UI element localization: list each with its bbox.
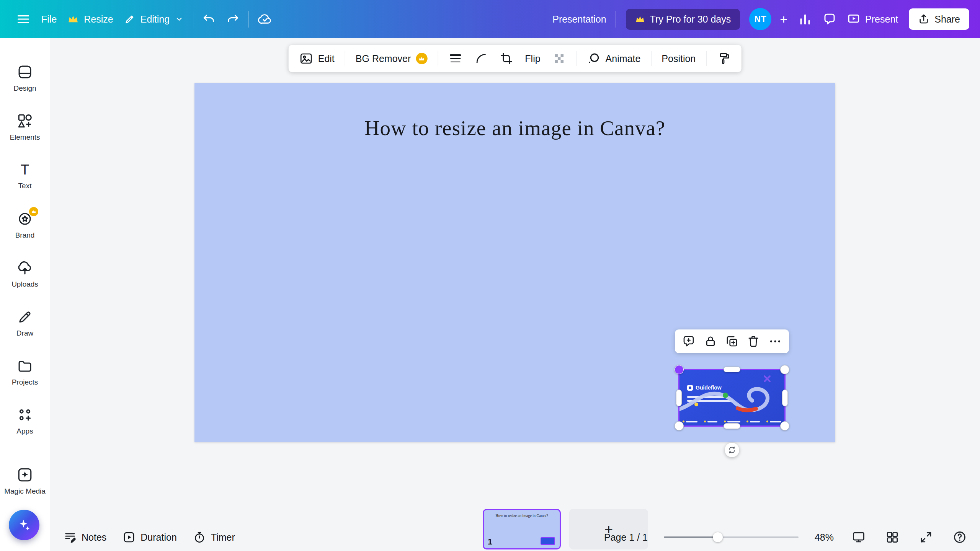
resize-handle-left[interactable] bbox=[676, 390, 682, 406]
sidebar-item-label: Draw bbox=[16, 329, 33, 337]
timer-label: Timer bbox=[211, 532, 235, 543]
fullscreen-button[interactable] bbox=[917, 528, 935, 546]
avatar[interactable]: NT bbox=[749, 8, 771, 30]
copy-style-button[interactable] bbox=[711, 48, 736, 69]
sidebar-item-label: Design bbox=[13, 84, 36, 93]
comments-button[interactable] bbox=[817, 8, 842, 30]
position-button[interactable]: Position bbox=[656, 49, 701, 68]
presentation-view-button[interactable] bbox=[850, 528, 867, 546]
canva-assistant-button[interactable] bbox=[9, 510, 39, 540]
comment-icon bbox=[823, 12, 836, 26]
editing-mode-label: Editing bbox=[140, 14, 170, 25]
resize-menu-button[interactable]: Resize bbox=[62, 10, 118, 29]
play-square-icon bbox=[122, 531, 136, 544]
sidebar-item-projects[interactable]: Projects bbox=[2, 347, 48, 396]
zoom-slider-thumb[interactable] bbox=[713, 532, 723, 542]
zoom-slider-fill bbox=[664, 536, 718, 538]
delete-button[interactable] bbox=[744, 332, 763, 350]
sidebar-item-elements[interactable]: Elements bbox=[2, 103, 48, 152]
file-menu-button[interactable]: File bbox=[36, 10, 62, 29]
notes-button[interactable]: Notes bbox=[64, 531, 106, 544]
more-options-button[interactable] bbox=[766, 332, 784, 350]
crown-icon bbox=[67, 13, 79, 25]
editing-mode-button[interactable]: Editing bbox=[119, 10, 189, 29]
photo-icon bbox=[299, 52, 313, 65]
insights-button[interactable] bbox=[793, 8, 817, 30]
doc-title-button[interactable]: Presentation bbox=[547, 10, 611, 29]
sidebar-item-draw[interactable]: Draw bbox=[2, 298, 48, 347]
resize-handle-top-left[interactable] bbox=[675, 365, 684, 374]
pencil-icon bbox=[124, 13, 136, 25]
share-label: Share bbox=[934, 14, 960, 25]
design-icon bbox=[17, 64, 33, 80]
header-divider bbox=[616, 11, 616, 28]
stroke-weight-button[interactable] bbox=[443, 48, 467, 69]
cloud-upload-icon bbox=[17, 260, 33, 276]
element-mini-toolbar bbox=[675, 329, 789, 353]
timer-button[interactable]: Timer bbox=[193, 531, 235, 544]
duration-button[interactable]: Duration bbox=[122, 531, 177, 544]
add-member-button[interactable]: + bbox=[774, 9, 793, 29]
undo-button[interactable] bbox=[197, 9, 221, 29]
slide-title-text[interactable]: How to resize an image in Canva? bbox=[194, 116, 835, 140]
sidebar-item-text[interactable]: T Text bbox=[2, 152, 48, 201]
present-button[interactable]: Present bbox=[842, 9, 903, 29]
cloud-check-icon bbox=[258, 12, 273, 26]
duplicate-button[interactable] bbox=[723, 332, 741, 350]
menu-button[interactable] bbox=[11, 8, 36, 30]
thumbnail-title-text: How to resize an image in Canva? bbox=[484, 514, 560, 518]
pro-crown-badge bbox=[416, 53, 427, 64]
folder-icon bbox=[17, 358, 33, 374]
rotate-handle[interactable] bbox=[725, 443, 739, 457]
sidebar-item-brand[interactable]: Brand bbox=[2, 201, 48, 249]
guideflow-image[interactable]: Guideflow bbox=[679, 370, 784, 425]
transparency-checkerboard-icon bbox=[553, 52, 566, 65]
toolbar-divider bbox=[651, 51, 651, 66]
status-bar: Notes Duration Timer Page 1 / 1 48% bbox=[50, 523, 980, 551]
help-button[interactable] bbox=[951, 528, 969, 546]
zoom-slider[interactable] bbox=[664, 532, 799, 542]
animate-button[interactable]: Animate bbox=[581, 48, 646, 69]
share-button[interactable]: Share bbox=[909, 8, 969, 30]
slide-page[interactable]: How to resize an image in Canva? bbox=[194, 83, 835, 442]
try-pro-button[interactable]: Try Pro for 30 days bbox=[626, 9, 740, 30]
corner-rounding-button[interactable] bbox=[469, 48, 493, 69]
sidebar-item-apps[interactable]: Apps bbox=[2, 396, 48, 445]
resize-handle-bottom-left[interactable] bbox=[675, 421, 684, 430]
header-divider bbox=[193, 11, 193, 28]
grid-view-button[interactable] bbox=[884, 528, 901, 546]
edit-image-button[interactable]: Edit bbox=[294, 48, 340, 69]
edit-label: Edit bbox=[318, 53, 335, 64]
bg-remover-label: BG Remover bbox=[356, 53, 411, 64]
sidebar-item-magic-media[interactable]: Magic Media bbox=[2, 456, 48, 505]
sidebar-item-label: Apps bbox=[16, 427, 33, 435]
sidebar-item-design[interactable]: Design bbox=[2, 54, 48, 103]
bg-remover-button[interactable]: BG Remover bbox=[350, 49, 433, 68]
present-label: Present bbox=[865, 14, 898, 25]
chevron-down-icon bbox=[175, 15, 184, 24]
sidebar-item-uploads[interactable]: Uploads bbox=[2, 249, 48, 298]
paint-roller-icon bbox=[717, 52, 730, 65]
undo-icon bbox=[203, 13, 216, 26]
resize-handle-bottom[interactable] bbox=[724, 423, 740, 429]
resize-handle-bottom-right[interactable] bbox=[780, 421, 789, 430]
resize-handle-top-right[interactable] bbox=[780, 365, 789, 374]
resize-handle-right[interactable] bbox=[782, 390, 788, 406]
resize-handle-top[interactable] bbox=[724, 367, 740, 372]
redo-button[interactable] bbox=[221, 9, 245, 29]
sidebar-divider bbox=[11, 451, 39, 451]
pro-crown-badge bbox=[29, 207, 38, 216]
add-comment-button[interactable] bbox=[679, 332, 698, 350]
apps-icon bbox=[17, 407, 33, 423]
transparency-button[interactable] bbox=[547, 48, 571, 69]
selected-image-element[interactable]: Guideflow bbox=[679, 370, 784, 425]
sidebar-item-label: Text bbox=[18, 182, 32, 190]
save-status-button[interactable] bbox=[253, 8, 278, 30]
lock-button[interactable] bbox=[701, 332, 720, 350]
canva-editor: File Resize Editing bbox=[0, 0, 980, 551]
flip-button[interactable]: Flip bbox=[519, 49, 546, 68]
crop-button[interactable] bbox=[494, 48, 518, 69]
toolbar-divider bbox=[576, 51, 577, 66]
doc-title: Presentation bbox=[552, 14, 606, 25]
brand-icon bbox=[17, 211, 33, 227]
